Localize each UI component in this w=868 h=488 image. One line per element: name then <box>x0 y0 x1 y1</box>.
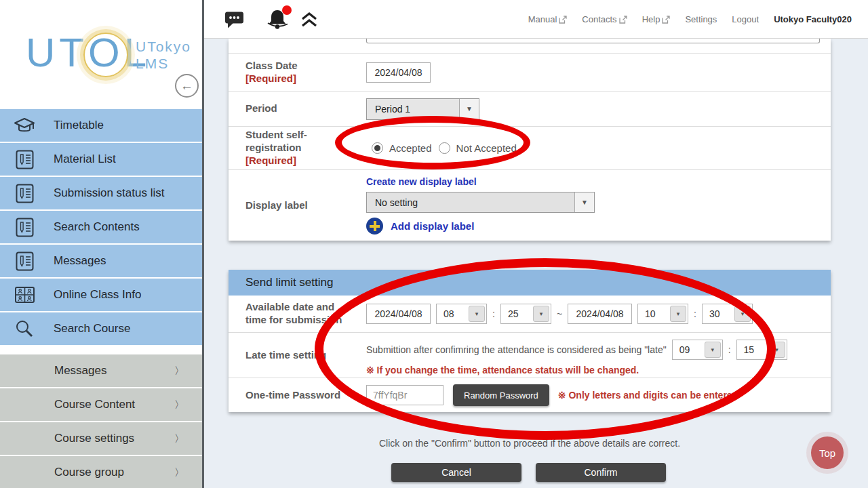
display-label-select[interactable]: No setting ▼ <box>366 192 595 213</box>
settings-link[interactable]: Settings <box>685 14 717 24</box>
manual-link[interactable]: Manual <box>528 14 568 24</box>
help-label: Help <box>642 14 660 24</box>
start-date-input[interactable] <box>366 304 431 324</box>
sidebar-item-label: Online Class Info <box>54 288 141 302</box>
available-datetime-label: Available date and time for submission <box>229 301 366 327</box>
sidebar-secondary-nav: Messages 〉 Course Content 〉 Course setti… <box>0 354 202 488</box>
display-label-select-value: No setting <box>367 192 574 212</box>
cropped-input-top[interactable] <box>366 39 820 43</box>
tilde-separator: ~ <box>557 308 562 319</box>
utol-logo: UTOL UTokyo LMS <box>26 28 151 83</box>
sidebar-item-label: Search Course <box>54 322 130 336</box>
late-minute-select[interactable]: 15 ▾ <box>736 340 787 360</box>
late-hour-select[interactable]: 09 ▾ <box>672 340 723 360</box>
add-display-label[interactable]: Add display label <box>366 218 595 235</box>
chevron-down-icon: ▾ <box>469 306 485 322</box>
end-minute-value: 30 <box>703 308 734 319</box>
external-link-icon <box>619 16 627 24</box>
self-registration-label: Student self- registration [Required] <box>229 129 366 167</box>
start-minute-value: 25 <box>501 308 533 319</box>
late-hour-value: 09 <box>673 344 705 355</box>
start-minute-select[interactable]: 25 ▾ <box>500 304 551 324</box>
radio-not-accepted[interactable]: Not Accepted <box>439 142 517 154</box>
confirm-button[interactable]: Confirm <box>536 463 666 482</box>
sidebar-item-course-content[interactable]: Course Content 〉 <box>0 388 202 421</box>
sidebar-item-messages[interactable]: Messages <box>0 245 202 277</box>
start-hour-value: 08 <box>437 308 469 319</box>
logo-o-rings: O <box>88 28 124 77</box>
required-badge: [Required] <box>245 155 366 167</box>
one-time-password-row: One-time Password Random Password ※ Only… <box>229 378 831 412</box>
help-link[interactable]: Help <box>642 14 671 24</box>
sidebar-item-label: Course settings <box>54 432 134 445</box>
send-limit-header: Send limit setting <box>229 270 831 296</box>
random-password-button[interactable]: Random Password <box>453 384 549 406</box>
radio-accepted[interactable]: Accepted <box>372 142 432 154</box>
arrow-left-icon: ← <box>180 79 193 94</box>
chevron-right-icon: 〉 <box>174 432 184 445</box>
display-label-content: Create new display label No setting ▼ Ad… <box>366 176 595 235</box>
sidebar-item-search-contents[interactable]: Search Contents <box>0 211 202 243</box>
external-link-icon <box>662 16 670 24</box>
one-time-password-input[interactable] <box>366 385 443 405</box>
sidebar-item-label: Course group <box>54 466 124 479</box>
sidebar-item-material-list[interactable]: Material List <box>0 143 202 176</box>
chevron-right-icon: 〉 <box>174 399 184 411</box>
end-date-input[interactable] <box>568 304 632 324</box>
end-minute-select[interactable]: 30 ▾ <box>702 304 753 324</box>
colon-separator: : <box>492 308 495 319</box>
sidebar-item-search-course[interactable]: Search Course <box>0 312 202 345</box>
end-hour-select[interactable]: 10 ▾ <box>637 304 688 324</box>
sidebar: UTOL UTokyo LMS ← Timetable Material Lis… <box>0 0 204 488</box>
clipboard-icon <box>12 183 37 204</box>
logout-link[interactable]: Logout <box>732 14 759 24</box>
sidebar-item-label: Material List <box>54 152 116 166</box>
sidebar-item-label: Submission status list <box>54 186 164 200</box>
late-time-note: ※ If you change the time, attendance sta… <box>366 365 787 375</box>
contacts-link[interactable]: Contacts <box>582 14 627 24</box>
collapse-up-icon[interactable] <box>300 12 319 30</box>
notification-dot <box>282 5 292 15</box>
start-hour-select[interactable]: 08 ▾ <box>436 304 487 324</box>
chevron-down-icon: ▾ <box>670 306 686 322</box>
sidebar-item-online-class-info[interactable]: Online Class Info <box>0 279 202 311</box>
sidebar-item-submission-status-list[interactable]: Submission status list <box>0 177 202 209</box>
chevron-right-icon: 〉 <box>174 365 184 378</box>
chat-icon[interactable] <box>224 11 244 32</box>
one-time-password-label: One-time Password <box>229 389 366 402</box>
sidebar-item-course-group[interactable]: Course group 〉 <box>0 456 202 488</box>
period-select[interactable]: Period 1 ▼ <box>366 98 479 120</box>
late-time-label: Late time setting <box>229 349 366 362</box>
end-hour-value: 10 <box>638 308 670 319</box>
send-limit-card: Send limit setting Available date and ti… <box>229 270 831 412</box>
sidebar-item-label: Search Contents <box>54 220 140 234</box>
colon-separator: : <box>694 308 696 319</box>
period-row: Period Period 1 ▼ <box>229 91 831 126</box>
late-minute-value: 15 <box>737 344 769 355</box>
sidebar-collapse-button[interactable]: ← <box>175 74 199 98</box>
sidebar-item-course-settings[interactable]: Course settings 〉 <box>0 422 202 455</box>
sidebar-item-timetable[interactable]: Timetable <box>0 109 202 142</box>
top-header: Manual Contacts Help Settings Logout Uto… <box>204 0 868 39</box>
class-date-input[interactable] <box>366 62 431 83</box>
available-datetime-row: Available date and time for submission 0… <box>229 296 831 332</box>
confirm-instruction: Click on the "Confirm" button to proceed… <box>229 438 831 449</box>
radio-unselected-icon <box>439 142 450 154</box>
add-display-label-link[interactable]: Add display label <box>391 220 474 232</box>
cancel-button[interactable]: Cancel <box>391 463 521 482</box>
chevron-down-icon: ▾ <box>734 306 751 322</box>
sidebar-item-messages-group[interactable]: Messages 〉 <box>0 354 202 387</box>
period-select-value: Period 1 <box>367 99 459 119</box>
logo-subtitle: UTokyo LMS <box>136 38 191 72</box>
create-display-label-link[interactable]: Create new display label <box>366 176 595 187</box>
sidebar-item-label: Timetable <box>54 119 104 132</box>
display-label-row: Display label Create new display label N… <box>229 169 831 241</box>
self-registration-row: Student self- registration [Required] Ac… <box>229 126 831 169</box>
online-class-icon <box>12 286 37 304</box>
late-time-description: Submittion after confimring the attendan… <box>366 344 667 355</box>
late-time-row: Late time setting Submittion after confi… <box>229 332 831 378</box>
period-label: Period <box>229 102 366 115</box>
chevron-down-icon: ▼ <box>574 192 594 212</box>
scroll-to-top-button[interactable]: Top <box>811 436 844 469</box>
chevron-down-icon: ▾ <box>769 342 785 358</box>
